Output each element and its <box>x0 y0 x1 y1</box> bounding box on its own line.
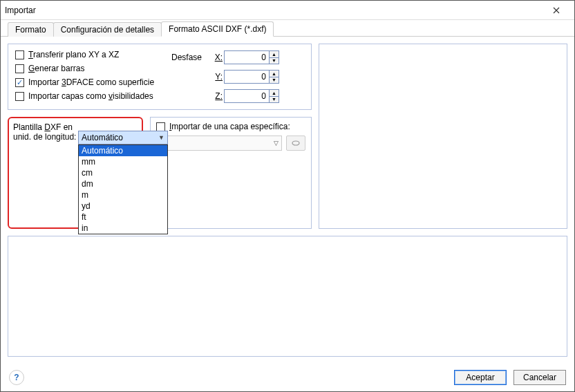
unit-item-ft[interactable]: ft <box>79 212 167 223</box>
label-layers-vis: Importar capas como visibilidades <box>28 91 153 101</box>
svg-point-0 <box>292 141 299 145</box>
help-button[interactable]: ? <box>9 370 24 385</box>
upper-area: Transferir plano XY a XZ Generar barras … <box>8 44 567 229</box>
offset-y-down[interactable]: ▼ <box>270 77 279 84</box>
axis-z-label: Z: <box>213 91 224 101</box>
tab-config-detalles[interactable]: Configuración de detalles <box>53 22 162 37</box>
offset-label: Desfase <box>171 53 213 62</box>
unit-item-m[interactable]: m <box>79 189 167 200</box>
checkbox-transfer[interactable] <box>15 50 24 59</box>
axis-y-label: Y: <box>213 72 224 82</box>
units-label-line2: unid. de longitud: <box>13 132 76 142</box>
row-layers-vis[interactable]: Importar capas como visibilidades <box>15 91 167 101</box>
offset-x-down[interactable]: ▼ <box>270 58 279 64</box>
layer-panel: Importar de una capa específica: ▽ <box>150 117 312 229</box>
offset-grid: Desfase X: ▲ ▼ Y: <box>171 50 304 104</box>
units-dropdown-list: Automático mm cm dm m yd ft in <box>78 144 168 234</box>
offset-x-input[interactable] <box>225 51 269 64</box>
options-list: Transferir plano XY a XZ Generar barras … <box>15 50 167 104</box>
options-panel: Transferir plano XY a XZ Generar barras … <box>8 44 312 110</box>
tab-formato[interactable]: Formato <box>8 22 54 37</box>
offset-y-spinner[interactable]: ▲ ▼ <box>224 70 279 84</box>
preview-panel <box>319 44 567 229</box>
label-transfer: Transferir plano XY a XZ <box>28 50 119 59</box>
offset-z-input[interactable] <box>225 90 269 102</box>
units-selected[interactable]: Automático ▼ <box>78 131 168 144</box>
help-icon: ? <box>14 373 19 382</box>
unit-item-dm[interactable]: dm <box>79 178 167 189</box>
tab-bar: Formato Configuración de detalles Format… <box>1 20 574 37</box>
footer: ? Aceptar Cancelar <box>1 364 574 391</box>
checkbox-3dface[interactable] <box>15 78 24 87</box>
offset-x-up[interactable]: ▲ <box>270 51 279 58</box>
checkbox-generate[interactable] <box>15 64 24 73</box>
unit-item-auto[interactable]: Automático <box>79 145 167 156</box>
import-dialog: Importar Formato Configuración de detall… <box>0 0 575 392</box>
row-specific-layer[interactable]: Importar de una capa específica: <box>156 122 305 131</box>
checkbox-layers-vis[interactable] <box>15 92 24 101</box>
offset-y-buttons: ▲ ▼ <box>269 71 279 83</box>
close-icon <box>553 7 560 14</box>
close-button[interactable] <box>543 2 570 19</box>
offset-z-spinner[interactable]: ▲ ▼ <box>224 89 279 103</box>
left-column: Transferir plano XY a XZ Generar barras … <box>8 44 312 229</box>
units-highlight-box: Plantilla DXF en unid. de longitud: Auto… <box>8 117 143 229</box>
row-3dface[interactable]: Importar 3DFACE como superficie <box>15 77 167 87</box>
row-transfer[interactable]: Transferir plano XY a XZ <box>15 50 167 59</box>
label-3dface: Importar 3DFACE como superficie <box>28 77 154 87</box>
offset-y-up[interactable]: ▲ <box>270 71 279 77</box>
units-selected-text: Automático <box>82 133 123 142</box>
unit-item-in[interactable]: in <box>79 223 167 234</box>
label-specific-layer: Importar de una capa específica: <box>169 122 290 131</box>
checkbox-specific-layer[interactable] <box>156 122 165 131</box>
layer-pick-icon <box>291 139 301 147</box>
offset-z-up[interactable]: ▲ <box>270 90 279 97</box>
tab-formato-dxf[interactable]: Formato ASCII DXF (*.dxf) <box>161 21 274 37</box>
axis-x-label: X: <box>213 53 224 62</box>
layer-row: ▽ <box>156 136 305 151</box>
units-select[interactable]: Automático ▼ Automático mm cm dm m yd ft <box>78 131 168 144</box>
titlebar: Importar <box>1 1 574 20</box>
offset-x-spinner[interactable]: ▲ ▼ <box>224 50 279 64</box>
offset-z-buttons: ▲ ▼ <box>269 90 279 102</box>
unit-item-mm[interactable]: mm <box>79 156 167 167</box>
offset-y-input[interactable] <box>225 71 269 83</box>
chevron-down-icon: ▽ <box>274 140 279 147</box>
middle-panel: Plantilla DXF en unid. de longitud: Auto… <box>8 117 312 229</box>
dialog-body: Transferir plano XY a XZ Generar barras … <box>1 37 574 364</box>
chevron-down-icon: ▼ <box>158 134 164 141</box>
offset-x-buttons: ▲ ▼ <box>269 51 279 64</box>
row-generate[interactable]: Generar barras <box>15 64 167 73</box>
offset-z-down[interactable]: ▼ <box>270 97 279 103</box>
layer-select[interactable]: ▽ <box>156 136 282 151</box>
window-title: Importar <box>5 6 543 15</box>
ok-button[interactable]: Aceptar <box>454 370 507 385</box>
lower-panel <box>8 236 567 357</box>
unit-item-yd[interactable]: yd <box>79 200 167 212</box>
unit-item-cm[interactable]: cm <box>79 167 167 178</box>
layer-pick-button[interactable] <box>286 136 305 151</box>
cancel-button[interactable]: Cancelar <box>513 370 566 385</box>
units-label-line1: Plantilla DXF en <box>13 122 73 132</box>
label-generate: Generar barras <box>28 64 84 73</box>
